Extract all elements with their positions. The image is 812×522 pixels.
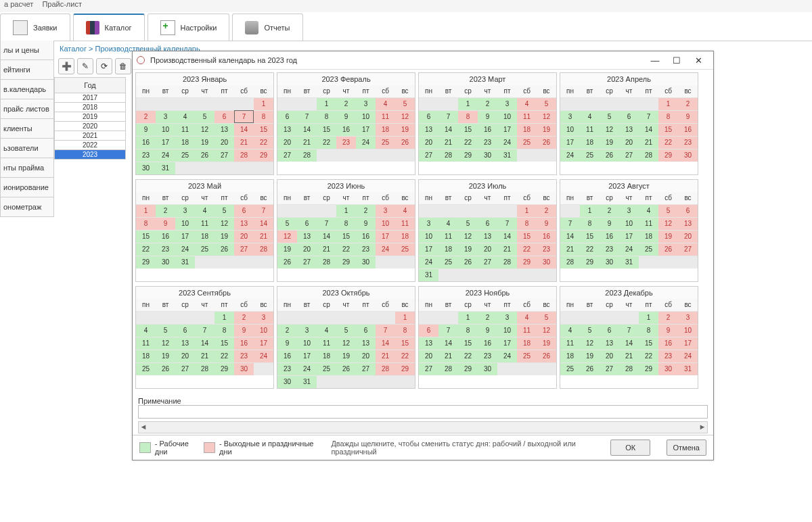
- day-cell[interactable]: 22: [395, 350, 415, 362]
- day-cell[interactable]: 7: [639, 110, 658, 123]
- year-row[interactable]: 2019: [54, 112, 126, 122]
- day-cell[interactable]: 3: [678, 311, 698, 324]
- minimize-button[interactable]: —: [644, 53, 666, 67]
- day-cell[interactable]: 6: [600, 324, 619, 337]
- day-cell[interactable]: 17: [678, 337, 698, 350]
- day-cell[interactable]: 25: [438, 256, 458, 268]
- day-cell[interactable]: 9: [478, 110, 497, 123]
- day-cell[interactable]: 20: [175, 350, 195, 362]
- day-cell[interactable]: 11: [438, 230, 458, 243]
- day-cell[interactable]: 20: [600, 350, 619, 362]
- day-cell[interactable]: 10: [175, 217, 195, 230]
- day-cell[interactable]: 22: [517, 243, 537, 256]
- day-cell[interactable]: 7: [254, 204, 273, 217]
- sidebar-item[interactable]: ионирование: [0, 178, 54, 197]
- day-cell[interactable]: 14: [438, 123, 458, 136]
- day-cell[interactable]: 23: [478, 350, 497, 362]
- day-cell[interactable]: 2: [478, 97, 497, 110]
- day-cell[interactable]: 2: [156, 204, 175, 217]
- day-cell[interactable]: 15: [658, 123, 678, 136]
- day-cell[interactable]: 12: [458, 230, 478, 243]
- sidebar-item[interactable]: клиенты: [0, 119, 54, 139]
- day-cell[interactable]: 15: [395, 337, 415, 350]
- day-cell[interactable]: 26: [395, 136, 415, 149]
- day-cell[interactable]: 4: [639, 204, 658, 217]
- day-cell[interactable]: 9: [658, 324, 678, 337]
- day-cell[interactable]: 26: [195, 149, 215, 162]
- day-cell[interactable]: 1: [317, 97, 336, 110]
- day-cell[interactable]: 4: [438, 217, 458, 230]
- day-cell[interactable]: 18: [195, 230, 215, 243]
- day-cell[interactable]: 14: [619, 337, 639, 350]
- day-cell[interactable]: 17: [254, 337, 273, 350]
- day-cell[interactable]: 24: [376, 243, 395, 256]
- day-cell[interactable]: 27: [478, 256, 497, 268]
- day-cell[interactable]: 10: [678, 324, 698, 337]
- day-cell[interactable]: 13: [277, 123, 297, 136]
- day-cell[interactable]: 5: [537, 311, 556, 324]
- day-cell[interactable]: 6: [619, 110, 639, 123]
- day-cell[interactable]: 21: [438, 136, 458, 149]
- day-cell[interactable]: 4: [517, 97, 537, 110]
- day-cell[interactable]: 29: [517, 256, 537, 268]
- day-cell[interactable]: 26: [537, 350, 556, 362]
- day-cell[interactable]: 17: [619, 230, 639, 243]
- day-cell[interactable]: 27: [277, 149, 297, 162]
- day-cell[interactable]: 15: [215, 337, 234, 350]
- day-cell[interactable]: 3: [419, 217, 438, 230]
- horizontal-scrollbar[interactable]: ◄►: [138, 421, 708, 433]
- day-cell[interactable]: 12: [600, 123, 619, 136]
- day-cell[interactable]: 12: [537, 324, 556, 337]
- day-cell[interactable]: 5: [156, 324, 175, 337]
- day-cell[interactable]: 5: [600, 110, 619, 123]
- day-cell[interactable]: 31: [497, 149, 517, 162]
- refresh-button[interactable]: ⟳: [96, 58, 112, 74]
- day-cell[interactable]: 29: [639, 362, 658, 375]
- day-cell[interactable]: 15: [254, 123, 273, 136]
- day-cell[interactable]: 18: [317, 350, 336, 362]
- day-cell[interactable]: 27: [215, 149, 234, 162]
- day-cell[interactable]: 25: [136, 362, 156, 375]
- day-cell[interactable]: 17: [419, 243, 438, 256]
- day-cell[interactable]: 30: [478, 149, 497, 162]
- day-cell[interactable]: 6: [678, 204, 698, 217]
- day-cell[interactable]: 15: [317, 123, 336, 136]
- day-cell[interactable]: 2: [136, 110, 156, 123]
- day-cell[interactable]: 14: [234, 123, 254, 136]
- day-cell[interactable]: 30: [277, 375, 297, 388]
- day-cell[interactable]: 17: [376, 230, 395, 243]
- day-cell[interactable]: 4: [136, 324, 156, 337]
- day-cell[interactable]: 26: [600, 149, 619, 162]
- day-cell[interactable]: 4: [317, 324, 336, 337]
- day-cell[interactable]: 23: [600, 243, 619, 256]
- day-cell[interactable]: 9: [537, 217, 556, 230]
- day-cell[interactable]: 23: [658, 350, 678, 362]
- day-cell[interactable]: 3: [497, 97, 517, 110]
- day-cell[interactable]: 29: [658, 149, 678, 162]
- day-cell[interactable]: 8: [458, 324, 478, 337]
- day-cell[interactable]: 17: [497, 123, 517, 136]
- day-cell[interactable]: 14: [560, 230, 580, 243]
- day-cell[interactable]: 12: [195, 123, 215, 136]
- day-cell[interactable]: 13: [478, 230, 497, 243]
- day-cell[interactable]: 3: [560, 110, 580, 123]
- day-cell[interactable]: 18: [376, 123, 395, 136]
- day-cell[interactable]: 11: [136, 337, 156, 350]
- day-cell[interactable]: 5: [537, 97, 556, 110]
- day-cell[interactable]: 2: [600, 204, 619, 217]
- day-cell[interactable]: 3: [297, 324, 317, 337]
- day-cell[interactable]: 26: [277, 256, 297, 268]
- day-cell[interactable]: 24: [497, 350, 517, 362]
- day-cell[interactable]: 25: [580, 149, 600, 162]
- day-cell[interactable]: 22: [254, 136, 273, 149]
- day-cell[interactable]: 16: [277, 350, 297, 362]
- day-cell[interactable]: 14: [639, 123, 658, 136]
- day-cell[interactable]: 8: [517, 217, 537, 230]
- sidebar-item[interactable]: ьзователи: [0, 139, 54, 158]
- day-cell[interactable]: 7: [560, 217, 580, 230]
- day-cell[interactable]: 12: [395, 110, 415, 123]
- day-cell[interactable]: 5: [277, 217, 297, 230]
- day-cell[interactable]: 27: [619, 149, 639, 162]
- day-cell[interactable]: 1: [639, 311, 658, 324]
- day-cell[interactable]: 17: [497, 337, 517, 350]
